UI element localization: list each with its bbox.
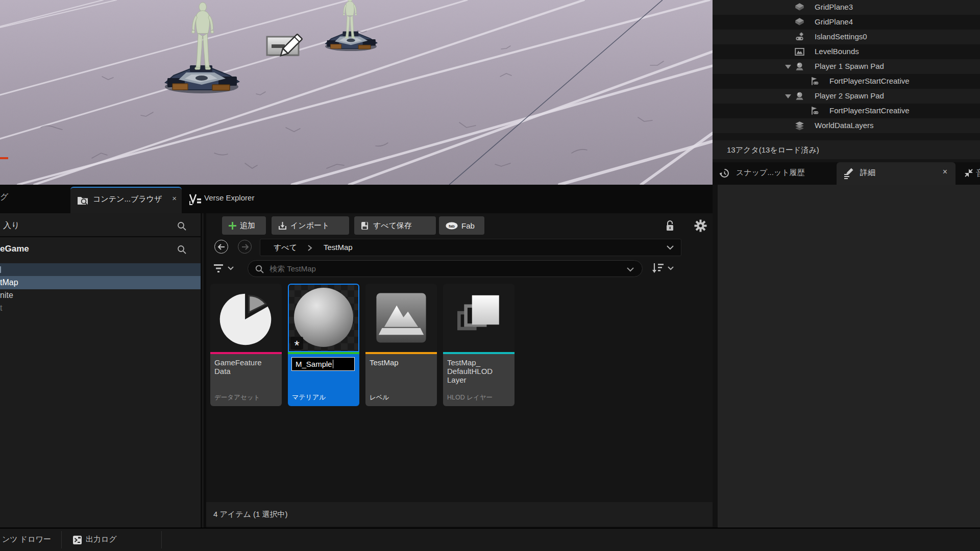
add-button-label: 追加 [240,221,255,231]
path-breadcrumb-bar[interactable]: すべて TestMap [260,239,681,256]
search-input[interactable]: 検索 TestMap [248,260,643,277]
clipped-text-sliver [0,266,1,273]
close-icon[interactable]: × [943,167,947,177]
chevron-down-icon[interactable] [668,266,674,270]
import-button[interactable]: インポート [272,216,349,235]
level-bounds-icon [795,47,804,57]
outliner-row[interactable]: LevelBounds [713,44,980,59]
tree-item-selected[interactable]: tMap [0,276,201,289]
sidebar-splitter[interactable] [201,213,206,528]
favorites-label: 入り [3,220,19,231]
save-all-button[interactable]: すべて保存 [354,216,436,235]
level-icon [374,291,428,345]
arrow-right-icon [239,241,251,253]
chevron-down-icon[interactable] [627,267,634,272]
outliner-row-label: FortPlayerStartCreative [829,106,910,115]
unsaved-asterisk-badge: * [290,337,303,349]
arrow-left-icon [215,241,228,253]
world-outliner: GridPlane3 GridPlane4 IslandSettings0 Le… [713,0,980,162]
content-browser-main: 追加 インポート すべて保存 fab Fab [206,213,713,528]
tree-item[interactable]: t [0,303,201,314]
fab-button[interactable]: fab Fab [439,216,484,235]
collapse-panel-icon[interactable] [964,168,974,178]
outliner-actor-count: 13アクタ(13をロード済み) [713,140,980,159]
outliner-row-label: FortPlayerStartCreative [829,77,910,85]
outliner-row[interactable]: IslandSettings0 [713,30,980,44]
output-log-button[interactable]: 出力ログ [86,535,117,544]
asset-tile[interactable]: TestMap_ DefaultHLOD Layer HLOD レイヤー [443,284,514,406]
asset-tile[interactable]: TestMap レベル [365,284,437,406]
grid-plane-icon [795,3,804,12]
grid-plane-icon [795,17,804,27]
asset-tile-selected[interactable]: * M_Sample マテリアル [288,284,359,406]
outliner-row[interactable]: GridPlane4 [713,15,980,30]
asset-thumbnail: * [288,284,359,352]
outliner-row[interactable]: WorldDataLayers [713,118,980,133]
rename-input[interactable]: M_Sample [291,357,355,371]
breadcrumb-current[interactable]: TestMap [324,243,353,252]
divider [161,531,162,548]
folder-search-icon [77,194,89,207]
tab-label: コンテン...ブラウザ [93,194,162,204]
partial-tab-label[interactable]: 音 [976,167,980,181]
expander-arrow-icon[interactable] [785,65,791,69]
player-start-icon [810,106,819,116]
content-drawer-button[interactable]: ンツ ドロワー [2,535,51,544]
asset-type: レベル [370,393,389,402]
outliner-row-label: GridPlane3 [815,3,853,11]
level-viewport[interactable] [0,0,713,185]
save-icon [361,221,370,230]
status-dock-bar: ンツ ドロワー 出力ログ [0,528,980,551]
lock-unlocked-icon[interactable] [665,220,676,232]
asset-thumbnail [210,284,282,352]
asset-thumbnail [365,284,437,352]
outliner-row-label: GridPlane4 [815,17,853,26]
tab-snapshot-history[interactable]: スナップ...ット履歴 [713,162,835,185]
import-icon [278,221,287,230]
outliner-row[interactable]: Player 1 Spawn Pad [713,59,980,74]
expander-arrow-icon[interactable] [785,94,791,98]
settings-gear-icon[interactable] [694,219,707,232]
content-dock-tabbar: グ コンテン...ブラウザ × Verse Explorer [0,185,713,213]
close-icon[interactable]: × [172,194,177,203]
outliner-row-label: IslandSettings0 [815,32,867,41]
asset-count-status: 4 アイテム (1 選択中) [206,502,713,527]
outliner-row[interactable]: FortPlayerStartCreative [713,74,980,89]
search-icon[interactable] [177,221,187,231]
outliner-row[interactable]: FortPlayerStartCreative [713,104,980,118]
chevron-right-icon [307,244,312,252]
verse-icon [189,194,202,206]
outliner-row[interactable]: Player 2 Spawn Pad [713,89,980,104]
layers-icon [795,121,804,131]
outliner-row-label: LevelBounds [815,47,859,56]
filter-icon[interactable] [213,263,225,273]
hlod-layer-icon [452,291,506,345]
search-icon[interactable] [177,244,187,255]
breadcrumb-root[interactable]: すべて [274,243,297,253]
right-dock-tabbar: スナップ...ット履歴 詳細 × 音 [713,162,980,185]
nav-back-button[interactable] [214,240,228,254]
player-start-icon [810,77,819,86]
asset-tile[interactable]: GameFeature Data データアセット [210,284,282,406]
chevron-down-icon[interactable] [228,266,234,270]
nav-forward-button[interactable] [238,240,252,254]
tree-item[interactable] [0,263,201,276]
tab-details[interactable]: 詳細 × [837,162,955,185]
outliner-row[interactable]: GridPlane3 [713,0,980,15]
tab-verse-explorer[interactable]: Verse Explorer [184,187,284,213]
tree-item[interactable]: nite [0,289,201,302]
chevron-down-icon[interactable] [667,245,674,250]
search-placeholder: 検索 TestMap [270,264,316,274]
add-button[interactable]: 追加 [222,216,266,235]
outliner-row-label: WorldDataLayers [815,121,874,130]
history-icon [720,168,729,178]
outliner-row-label: Player 1 Spawn Pad [815,62,884,70]
uefn-editor-window: GridPlane3 GridPlane4 IslandSettings0 Le… [0,0,980,551]
tab-label: スナップ...ット履歴 [736,168,805,178]
partial-tab-label[interactable]: グ [0,192,9,205]
sort-icon[interactable] [651,262,665,274]
search-icon [255,264,264,274]
asset-name: TestMap [370,358,433,367]
text-caret [333,360,334,368]
tab-content-browser[interactable]: コンテン...ブラウザ × [70,187,182,213]
